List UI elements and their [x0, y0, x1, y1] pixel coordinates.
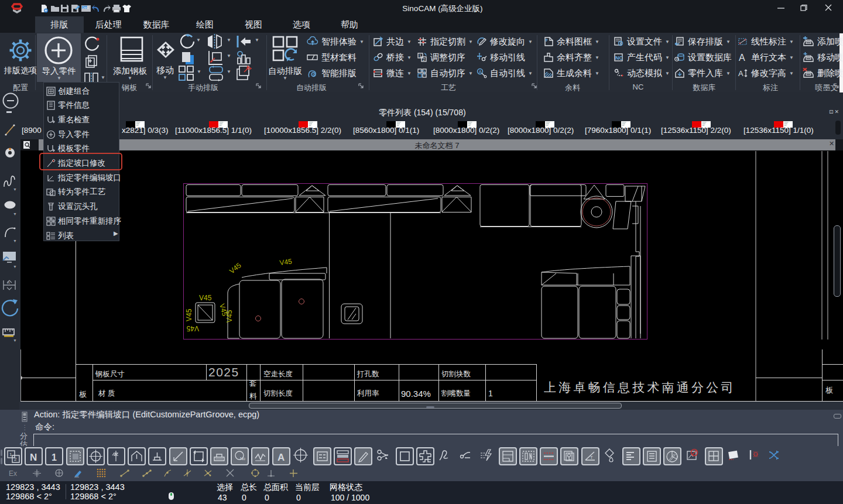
- svg-text:2: 2: [14, 457, 17, 462]
- svg-text:2025: 2025: [208, 365, 239, 379]
- svg-text:A: A: [7, 280, 10, 284]
- svg-text:90.34%: 90.34%: [401, 389, 431, 399]
- svg-text:No: No: [240, 457, 245, 461]
- svg-text:1: 1: [52, 452, 57, 462]
- svg-text:V45: V45: [225, 310, 234, 323]
- svg-text:A: A: [739, 53, 745, 63]
- svg-text:V45: V45: [228, 261, 243, 275]
- svg-text:钢板尺寸: 钢板尺寸: [95, 370, 125, 378]
- svg-text:V45: V45: [279, 257, 293, 267]
- svg-text:V45: V45: [199, 294, 212, 302]
- svg-text:A: A: [738, 69, 743, 78]
- svg-text:V45: V45: [185, 308, 193, 321]
- svg-text:切割块数: 切割块数: [441, 370, 471, 378]
- svg-text:板: 板: [825, 386, 833, 395]
- svg-text:套: 套: [249, 379, 257, 388]
- svg-text:空走长度: 空走长度: [263, 370, 293, 378]
- svg-text:T: T: [590, 455, 593, 460]
- svg-text:N: N: [30, 452, 37, 463]
- svg-text:材 质: 材 质: [98, 389, 115, 397]
- svg-text:利用率: 利用率: [357, 389, 379, 397]
- svg-text:1: 1: [9, 452, 12, 457]
- svg-text:打孔数: 打孔数: [357, 370, 379, 378]
- svg-text:1: 1: [488, 389, 493, 398]
- svg-text:Ex: Ex: [9, 469, 17, 478]
- svg-text:A: A: [479, 69, 482, 74]
- svg-text:切割长度: 切割长度: [263, 389, 293, 397]
- svg-text:上海卓畅信息技术南通分公司: 上海卓畅信息技术南通分公司: [544, 380, 736, 394]
- svg-text:割嘴数量: 割嘴数量: [441, 389, 471, 397]
- svg-text:料: 料: [249, 392, 257, 400]
- svg-text:板: 板: [79, 390, 87, 399]
- svg-text:V45: V45: [186, 324, 199, 332]
- svg-text:A: A: [277, 452, 285, 463]
- svg-text:2: 2: [423, 57, 425, 61]
- svg-text:NC: NC: [615, 55, 623, 61]
